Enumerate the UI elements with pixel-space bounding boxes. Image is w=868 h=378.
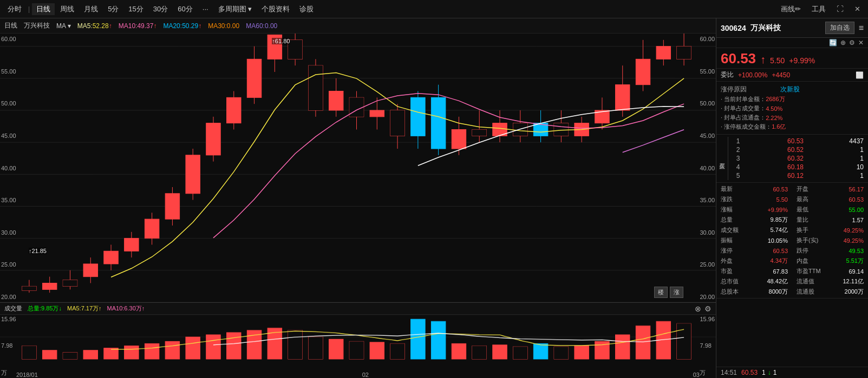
ma60-label: MA60:0.00 [246, 22, 277, 30]
volume-ma5: MA5:7.17万↑ [67, 304, 102, 313]
nav-item-ri[interactable]: 日线 [32, 3, 55, 15]
stop-reason-row: 涨停原因 次新股 [721, 85, 864, 94]
panel-refresh-icon[interactable]: 🔄 [829, 39, 837, 47]
ratio-vol: +4450 [772, 71, 790, 79]
stop-limit-amount-value: 1.6亿 [772, 123, 786, 131]
ma-indicator-bar: 日线 万兴科技 MA ▾ MA5:52.28↑ MA10:49.37↑ MA20… [0, 18, 716, 34]
stop-info-row-2: · 封单占成交量： 4.50% [721, 104, 864, 112]
stat-shiying: 市盈 67.83 [716, 266, 792, 276]
panel-add-icon[interactable]: ⊕ [840, 39, 846, 47]
stock-name: 万兴科技 [750, 23, 781, 33]
rise-button[interactable]: 涨 [670, 287, 683, 298]
stat-zhangdie-label: 涨跌 [721, 195, 733, 203]
volume-section: 成交量 总量:9.85万↓ MA5:7.17万↑ MA10:6.30万↑ ⊗ ⚙… [0, 302, 716, 378]
ob-row-2: 2 60.52 1 [728, 145, 868, 154]
candle-canvas [0, 34, 716, 302]
stat-neipan: 内盘 5.51万 [792, 256, 868, 266]
stat-kaipan-label: 开盘 [797, 185, 808, 193]
ob-vol-3: 1 [831, 155, 864, 162]
stat-zongshizhi-label: 总市值 [721, 277, 739, 286]
nav-close[interactable]: ✕ [850, 4, 865, 14]
ob-price-2: 60.52 [771, 146, 804, 154]
stat-kaipan: 开盘 56.17 [792, 184, 868, 194]
floor-button[interactable]: 楼 [654, 287, 668, 298]
stock-code: 300624 [721, 24, 746, 32]
stat-zhangdie-value: 5.50 [776, 196, 788, 203]
stat-dietingPrice-value: 49.53 [849, 248, 864, 254]
stat-huanshou-value: 49.25% [844, 227, 864, 234]
stat-chengjiaoe-label: 成交额 [721, 226, 739, 234]
stat-waipan-label: 外盘 [721, 257, 733, 265]
ob-rank-1: 1 [733, 137, 743, 145]
stat-huanshou-shi: 换手(实) 49.25% [792, 235, 868, 246]
stat-kaipan-value: 56.17 [849, 186, 864, 193]
nav-item-30fen[interactable]: 30分 [149, 3, 172, 15]
stat-waipan: 外盘 4.34万 [716, 256, 792, 266]
ratio-bar: 委比 +100.00% +4450 ⬜ [716, 69, 868, 82]
stop-sealed-amount-value: 2686万 [766, 95, 785, 103]
ratio-label: 委比 [721, 70, 734, 79]
ob-price-5: 60.12 [771, 172, 804, 180]
volume-settings-icon[interactable]: ⚙ [704, 304, 712, 313]
nav-item-zhou[interactable]: 周线 [56, 3, 79, 15]
stat-zhenfu-value: 10.05% [768, 237, 788, 244]
add-to-watchlist-button[interactable]: 加自选 [825, 22, 854, 34]
nav-fullscreen[interactable]: ⛶ [832, 4, 848, 14]
nav-item-5fen[interactable]: 5分 [103, 3, 123, 15]
nav-tool[interactable]: 工具 [807, 3, 830, 15]
stat-waipan-value: 4.34万 [771, 257, 788, 265]
order-book: 买盘 1 60.53 4437 2 60.52 1 3 60.32 [716, 135, 868, 183]
nav-item-multiperiod[interactable]: 多周期图 ▾ [214, 3, 257, 15]
ts-time: 14:51 [721, 369, 737, 376]
nav-item-diagnose[interactable]: 诊股 [295, 3, 318, 15]
stat-zhangtingPrice-label: 涨停 [721, 247, 733, 255]
stop-sealed-vol-value: 4.50% [766, 105, 782, 112]
ma10-value: 49.37 [137, 22, 153, 30]
stat-zuidi-label: 最低 [797, 205, 808, 214]
panel-close-icon[interactable]: ✕ [858, 39, 864, 47]
candlestick-chart[interactable]: 60.00 55.00 50.00 45.00 40.00 35.00 30.0… [0, 34, 716, 302]
stat-shiying-ttm-label: 市盈TTM [797, 267, 821, 275]
stat-zhangdie: 涨跌 5.50 [716, 194, 792, 204]
stat-zuidi: 最低 55.00 [792, 204, 868, 215]
stat-zuigao-value: 60.53 [849, 196, 864, 203]
stop-reason-label: 涨停原因 [721, 85, 780, 94]
stat-zhangfu-label: 涨幅 [721, 205, 733, 214]
stop-info-row-3: · 封单占流通盘： 2.22% [721, 114, 864, 122]
nav-item-more[interactable]: ··· [198, 4, 213, 14]
stat-zongliang-label: 总量 [721, 216, 733, 224]
stat-liutongzhi-label: 流通值 [797, 277, 814, 286]
stat-zongguben-value: 8000万 [769, 288, 788, 296]
ob-row-3: 3 60.32 1 [728, 154, 868, 163]
nav-draw[interactable]: 画线✏ [776, 3, 805, 15]
ts-change: 1 [773, 369, 777, 376]
stat-chengjiaoe-value: 5.74亿 [771, 226, 788, 234]
stat-liangbi: 量比 1.57 [792, 215, 868, 225]
stat-zuixin-value: 60.53 [773, 186, 788, 193]
stat-huanshou-shi-label: 换手(实) [797, 236, 818, 244]
ob-row-1: 1 60.53 4437 [728, 137, 868, 145]
vol-y-bot: 万 [1, 369, 16, 377]
stat-zuixin: 最新 60.53 [716, 184, 792, 194]
stat-zongshizhi: 总市值 48.42亿 [716, 276, 792, 287]
volume-close-icon[interactable]: ⊗ [695, 304, 701, 313]
ma-type[interactable]: MA ▾ [56, 22, 71, 30]
nav-item-60fen[interactable]: 60分 [173, 3, 197, 15]
nav-item-stock-info[interactable]: 个股资料 [257, 3, 294, 15]
volume-ma10: MA10:6.30万↑ [107, 304, 145, 313]
stop-reason-value[interactable]: 次新股 [780, 85, 800, 94]
panel-menu-icon[interactable]: ≡ [859, 23, 864, 33]
ma5-label: MA5:52.28↑ [77, 22, 112, 30]
panel-settings-icon[interactable]: ⚙ [849, 39, 855, 47]
ratio-copy-icon[interactable]: ⬜ [856, 71, 864, 79]
nav-item-15fen[interactable]: 15分 [124, 3, 147, 15]
nav-item-yue[interactable]: 月线 [80, 3, 102, 15]
order-book-rows: 1 60.53 4437 2 60.52 1 3 60.32 1 [728, 137, 868, 180]
stat-zhangtingPrice: 涨停 60.53 [716, 246, 792, 256]
stat-huanshou: 换手 49.25% [792, 225, 868, 235]
ob-rank-3: 3 [733, 155, 743, 162]
nav-item-fen[interactable]: 分时 [3, 3, 26, 15]
order-book-wrapper: 买盘 1 60.53 4437 2 60.52 1 3 60.32 [716, 137, 868, 180]
stat-dietingPrice: 跌停 49.53 [792, 246, 868, 256]
stat-zongliang-value: 9.85万 [771, 216, 788, 224]
